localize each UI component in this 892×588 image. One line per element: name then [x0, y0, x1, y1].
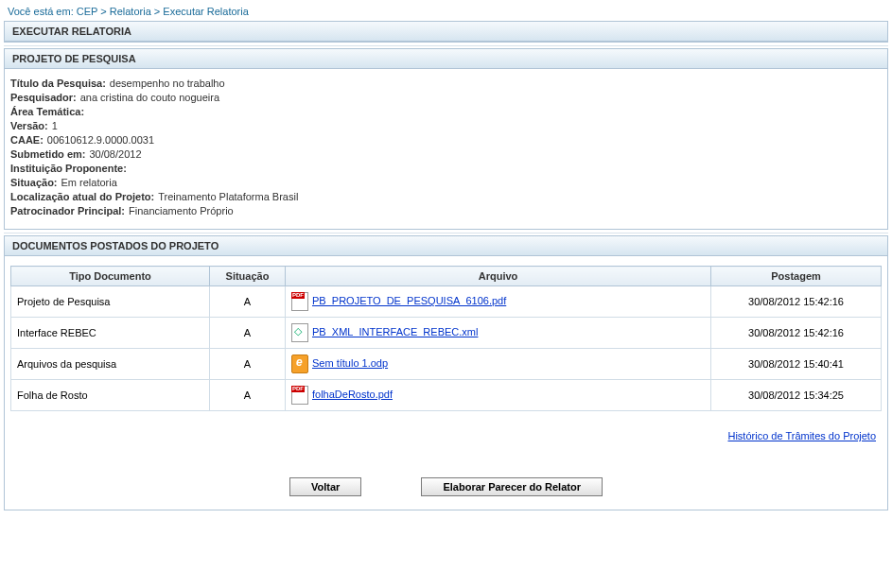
file-link[interactable]: Sem título 1.odp — [312, 357, 388, 369]
button-bar: Voltar Elaborar Parecer do Relator — [10, 470, 882, 500]
breadcrumb-link-cep[interactable]: CEP — [77, 6, 97, 17]
documentos-table: Tipo Documento Situação Arquivo Postagem… — [10, 266, 882, 411]
projeto-pesquisa-body: Título da Pesquisa:desempenho no trabalh… — [5, 69, 887, 229]
tipo-documento-cell: Arquivos da pesquisa — [11, 349, 210, 380]
executar-relatoria-panel: EXECUTAR RELATORIA — [4, 21, 888, 43]
postagem-cell: 30/08/2012 15:40:41 — [711, 349, 882, 380]
versao-value: 1 — [52, 120, 58, 131]
file-link[interactable]: folhaDeRosto.pdf — [312, 389, 393, 400]
breadcrumb: Você está em: CEP > Relatoria > Executar… — [4, 4, 888, 19]
situacao-cell: A — [210, 286, 286, 318]
submetido-value: 30/08/2012 — [89, 148, 141, 160]
documentos-panel: DOCUMENTOS POSTADOS DO PROJETO Tipo Docu… — [4, 235, 888, 510]
historico-link[interactable]: Histórico de Trâmites do Projeto — [10, 411, 882, 470]
voltar-button[interactable]: Voltar — [289, 477, 361, 496]
submetido-label: Submetido em: — [10, 148, 85, 160]
th-arquivo: Arquivo — [286, 267, 711, 286]
projeto-pesquisa-panel: PROJETO DE PESQUISA Título da Pesquisa:d… — [4, 48, 888, 230]
titulo-label: Título da Pesquisa: — [10, 78, 106, 89]
postagem-cell: 30/08/2012 15:42:16 — [711, 286, 882, 318]
titulo-value: desempenho no trabalho — [110, 78, 225, 89]
patrocinador-value: Financiamento Próprio — [129, 205, 234, 216]
table-row: Arquivos da pesquisaASem título 1.odp30/… — [11, 349, 882, 380]
situacao-value: Em relatoria — [61, 177, 117, 188]
breadcrumb-link-relatoria[interactable]: Relatoria — [110, 6, 151, 17]
pdf-icon — [291, 386, 308, 405]
table-row: Interface REBECAPB_XML_INTERFACE_REBEC.x… — [11, 318, 882, 349]
area-label: Área Temática: — [10, 106, 84, 117]
breadcrumb-prefix: Você está em: — [8, 6, 74, 17]
th-situacao: Situação — [210, 267, 286, 286]
tipo-documento-cell: Interface REBEC — [11, 318, 210, 349]
file-link[interactable]: PB_XML_INTERFACE_REBEC.xml — [312, 326, 478, 337]
breadcrumb-link-executar[interactable]: Executar Relatoria — [163, 6, 249, 17]
arquivo-cell: PB_XML_INTERFACE_REBEC.xml — [286, 318, 711, 349]
caae-value: 00610612.9.0000.0031 — [47, 134, 154, 146]
situacao-cell: A — [210, 349, 286, 380]
odp-icon — [291, 355, 308, 373]
elaborar-parecer-button[interactable]: Elaborar Parecer do Relator — [421, 477, 603, 496]
caae-label: CAAE: — [10, 134, 44, 146]
localizacao-label: Localização atual do Projeto: — [10, 191, 154, 202]
tipo-documento-cell: Projeto de Pesquisa — [11, 286, 210, 318]
patrocinador-label: Patrocinador Principal: — [10, 205, 125, 216]
th-tipo: Tipo Documento — [11, 267, 210, 286]
situacao-label: Situação: — [10, 177, 58, 188]
table-row: Folha de RostoAfolhaDeRosto.pdf30/08/201… — [11, 380, 882, 411]
instituicao-label: Instituição Proponente: — [10, 163, 127, 174]
pdf-icon — [291, 292, 308, 311]
postagem-cell: 30/08/2012 15:42:16 — [711, 318, 882, 349]
documentos-body: Tipo Documento Situação Arquivo Postagem… — [5, 256, 887, 510]
pesquisador-value: ana cristina do couto nogueira — [80, 92, 219, 103]
pesquisador-label: Pesquisador: — [10, 92, 77, 103]
executar-relatoria-title: EXECUTAR RELATORIA — [5, 22, 887, 42]
postagem-cell: 30/08/2012 15:34:25 — [711, 380, 882, 411]
arquivo-cell: PB_PROJETO_DE_PESQUISA_6106.pdf — [286, 286, 711, 318]
arquivo-cell: Sem título 1.odp — [286, 349, 711, 380]
documentos-title: DOCUMENTOS POSTADOS DO PROJETO — [5, 236, 887, 256]
arquivo-cell: folhaDeRosto.pdf — [286, 380, 711, 411]
xml-icon — [291, 323, 308, 342]
localizacao-value: Treinamento Plataforma Brasil — [158, 191, 298, 202]
th-postagem: Postagem — [711, 267, 882, 286]
versao-label: Versão: — [10, 120, 48, 131]
situacao-cell: A — [210, 380, 286, 411]
tipo-documento-cell: Folha de Rosto — [11, 380, 210, 411]
table-row: Projeto de PesquisaAPB_PROJETO_DE_PESQUI… — [11, 286, 882, 318]
file-link[interactable]: PB_PROJETO_DE_PESQUISA_6106.pdf — [312, 295, 506, 306]
situacao-cell: A — [210, 318, 286, 349]
projeto-pesquisa-title: PROJETO DE PESQUISA — [5, 49, 887, 69]
